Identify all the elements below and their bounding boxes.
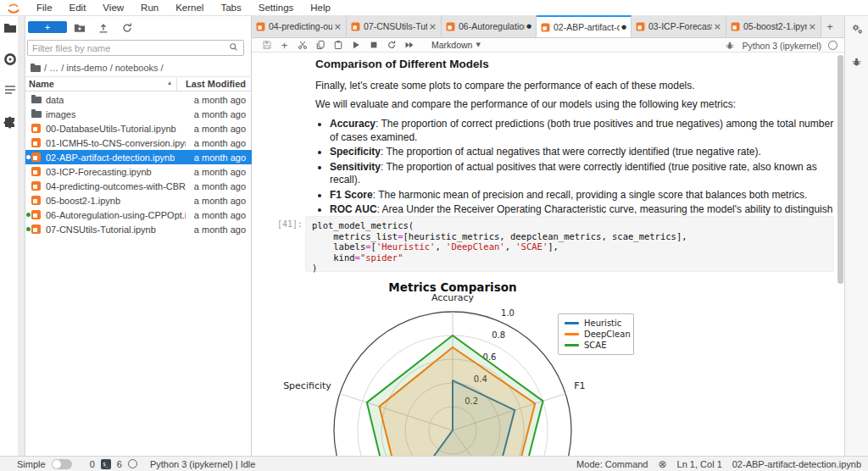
code-line: metrics_list=[heuristic_metrics, deepcle… <box>312 231 827 242</box>
add-cell-icon[interactable]: + <box>279 40 290 51</box>
legend-label: Heuristic <box>584 319 621 328</box>
menu-settings[interactable]: Settings <box>250 3 303 13</box>
simple-mode-toggle[interactable] <box>52 459 72 469</box>
save-icon[interactable] <box>261 40 272 51</box>
cut-cell-icon[interactable] <box>297 40 308 51</box>
svg-text:0.8: 0.8 <box>492 330 505 340</box>
legend-label: DeepClean <box>584 330 631 339</box>
kernel-sessions-icon[interactable] <box>128 459 137 468</box>
column-name[interactable]: Name <box>29 79 54 89</box>
code-line: ) <box>312 263 827 274</box>
svg-text:F1: F1 <box>574 380 585 391</box>
activity-bar-strip <box>18 16 25 456</box>
file-row-06-Autoregulation-using-CPPOpt.ip...[interactable]: 06-Autoregulation-using-CPPOpt.ip...a mo… <box>25 208 252 222</box>
file-browser-icon[interactable] <box>3 21 17 35</box>
close-tab-icon[interactable]: × <box>714 21 721 32</box>
left-activity-bar <box>0 16 25 456</box>
breadcrumb-path[interactable]: / … / ints-demo / notebooks / <box>44 63 164 73</box>
new-folder-icon[interactable] <box>74 22 86 33</box>
close-tab-icon[interactable]: × <box>334 21 342 32</box>
close-tab-icon[interactable]: × <box>809 21 816 32</box>
kernel-status-text[interactable]: Python 3 (ipykernel) | Idle <box>150 459 256 469</box>
svg-text:Specificity: Specificity <box>283 380 331 391</box>
file-list: dataa month agoimagesa month ago00-Datab… <box>25 92 252 236</box>
running-kernels-icon[interactable] <box>3 53 17 66</box>
stop-kernel-icon[interactable] <box>368 40 379 51</box>
notebook-file-icon <box>31 196 41 205</box>
restart-run-all-icon[interactable] <box>403 40 415 51</box>
legend-entry-SCAE: SCAE <box>565 340 627 351</box>
tab-04-predicting-outc[interactable]: 04-predicting-outc× <box>252 15 347 37</box>
kernel-name[interactable]: Python 3 (ipykernel) <box>743 41 821 51</box>
sort-ascending-icon[interactable]: ▴ <box>168 79 171 86</box>
debugger-icon[interactable] <box>725 40 736 51</box>
column-last-modified[interactable]: Last Modified <box>186 79 246 89</box>
file-name: 01-ICMH5-to-CNS-conversion.ipynb <box>46 138 186 148</box>
property-inspector-icon[interactable] <box>851 23 864 39</box>
copy-cell-icon[interactable] <box>314 40 326 51</box>
new-launcher-button[interactable]: + <box>28 21 67 33</box>
notebook-file-icon <box>31 210 41 219</box>
menu-run[interactable]: Run <box>132 3 167 13</box>
svg-text:Accuracy: Accuracy <box>431 292 475 303</box>
mode-indicator[interactable]: Mode: Command <box>576 459 648 469</box>
table-of-contents-icon[interactable] <box>3 83 17 97</box>
add-tab-button[interactable]: + <box>821 15 838 37</box>
notebook-file-icon <box>542 23 550 31</box>
markdown-heading: Comparison of Different Models <box>315 58 489 70</box>
file-row-03-ICP-Forecasting.ipynb[interactable]: 03-ICP-Forecasting.ipynba month ago <box>25 164 252 179</box>
file-row-05-boost2-1.ipynb[interactable]: 05-boost2-1.ipynba month ago <box>25 193 252 208</box>
menu-file[interactable]: File <box>28 3 61 13</box>
menu-kernel[interactable]: Kernel <box>167 3 212 13</box>
markdown-paragraph-2: We will evaluate and compare the perform… <box>315 98 736 110</box>
upload-icon[interactable] <box>97 22 109 33</box>
file-name: 05-boost2-1.ipynb <box>46 196 120 206</box>
column-divider <box>176 78 177 91</box>
status-bar: Simple 0 $_ 6 Python 3 (ipykernel) | Idl… <box>0 456 868 471</box>
refresh-icon[interactable] <box>121 22 133 33</box>
tab-bar: 04-predicting-outc×07-CNSUtils-Tutori×06… <box>252 16 844 38</box>
file-row-04-predicting-outcomes-with-CBR.i...[interactable]: 04-predicting-outcomes-with-CBR.i...a mo… <box>25 179 252 193</box>
tab-06-Autoregulation-[interactable]: 06-Autoregulation-● <box>442 15 537 37</box>
menu-edit[interactable]: Edit <box>61 3 95 13</box>
file-modified: a month ago <box>194 210 246 220</box>
accessibility-icon[interactable]: ⊗ <box>658 458 666 470</box>
close-tab-icon[interactable]: × <box>429 21 437 32</box>
restart-kernel-icon[interactable] <box>386 40 397 51</box>
tab-07-CNSUtils-Tutori[interactable]: 07-CNSUtils-Tutori× <box>347 15 442 37</box>
file-row-07-CNSUtils-Tutorial.ipynb[interactable]: 07-CNSUtils-Tutorial.ipynba month ago <box>25 222 252 236</box>
cell-type-dropdown[interactable]: Markdown ▼ <box>431 40 481 50</box>
tab-05-boost2-1.ipynb[interactable]: 05-boost2-1.ipynb× <box>726 15 821 37</box>
menu-tabs[interactable]: Tabs <box>212 3 249 13</box>
paste-cell-icon[interactable] <box>332 40 343 51</box>
code-cell[interactable]: plot_model_metrics( metrics_list=[heuris… <box>305 216 834 272</box>
tab-03-ICP-Forecasting[interactable]: 03-ICP-Forecasting× <box>632 15 726 37</box>
running-kernel-dot <box>26 155 31 159</box>
notebook-scrollbar[interactable] <box>837 55 843 284</box>
menu-view[interactable]: View <box>94 3 132 13</box>
debugger-sidebar-icon[interactable] <box>851 56 862 71</box>
file-row-images[interactable]: imagesa month ago <box>25 107 252 121</box>
unsaved-dot-icon[interactable]: ● <box>526 23 531 30</box>
extension-manager-icon[interactable] <box>3 116 17 130</box>
menu-help[interactable]: Help <box>302 3 339 13</box>
notebook-content: Comparison of Different Models Finally, … <box>252 53 844 456</box>
file-row-data[interactable]: dataa month ago <box>25 92 252 107</box>
unsaved-dot-icon[interactable]: ● <box>621 24 626 30</box>
file-row-00-DatabaseUtils-Tutorial.ipynb[interactable]: 00-DatabaseUtils-Tutorial.ipynba month a… <box>25 121 252 136</box>
terminal-icon[interactable]: $_ <box>101 459 111 469</box>
tab-02-ABP-artifact-de[interactable]: 02-ABP-artifact-de● <box>537 15 632 37</box>
running-kernel-dot <box>26 213 31 217</box>
cell-type-value: Markdown <box>431 40 472 50</box>
file-row-02-ABP-artifact-detection.ipynb[interactable]: 02-ABP-artifact-detection.ipynba month a… <box>25 150 252 164</box>
file-name: images <box>46 109 75 119</box>
file-row-01-ICMH5-to-CNS-conversion.ipynb[interactable]: 01-ICMH5-to-CNS-conversion.ipynba month … <box>25 136 252 150</box>
file-modified: a month ago <box>194 167 246 177</box>
home-folder-icon[interactable] <box>31 64 41 72</box>
kernel-status-icon[interactable] <box>828 41 837 50</box>
cursor-position[interactable]: Ln 1, Col 1 <box>677 459 722 469</box>
breadcrumb[interactable]: / … / ints-demo / notebooks / <box>31 61 164 75</box>
filter-files-input[interactable] <box>28 43 228 53</box>
run-cell-icon[interactable] <box>350 40 361 51</box>
legend-entry-Heuristic: Heuristic <box>565 318 627 329</box>
